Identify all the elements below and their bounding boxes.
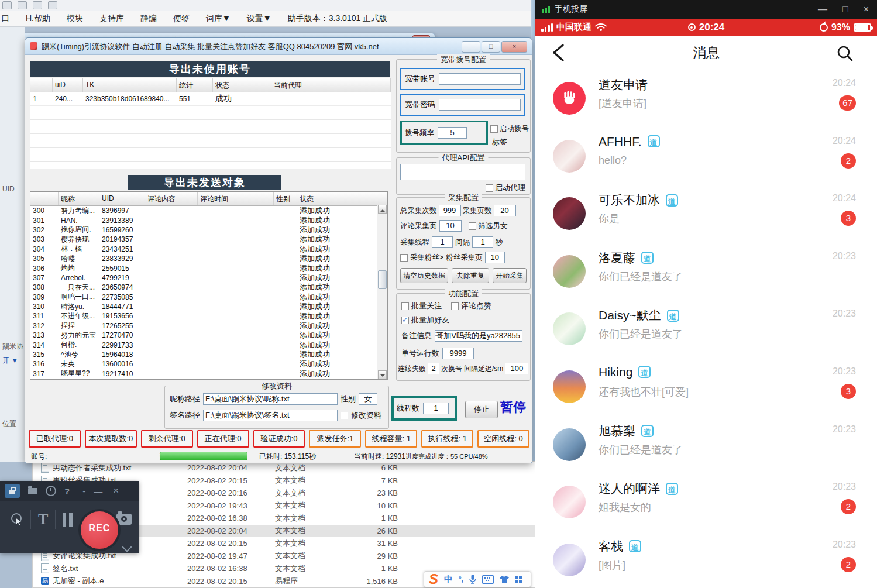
- fragment-open-label[interactable]: 开 ▼: [2, 356, 18, 366]
- phone-window-titlebar[interactable]: 手机投屏 — □ ×: [535, 0, 877, 19]
- message-row[interactable]: 旭慕梨 道 你们已经是道友了 20:23: [535, 416, 877, 474]
- sogou-logo[interactable]: S: [429, 572, 438, 586]
- pages-input[interactable]: 20: [494, 205, 516, 216]
- braces-icon[interactable]: [2, 1, 12, 9]
- collect-threads-input[interactable]: 1: [432, 236, 453, 248]
- table-row[interactable]: 301 HAN. 23913389 添加成功: [30, 215, 377, 225]
- filter-gender-checkbox[interactable]: [469, 222, 476, 230]
- menu-item[interactable]: 静编: [140, 13, 157, 24]
- message-row[interactable]: 洛夏藤 道 你们已经是道友了 20:23: [535, 243, 877, 301]
- nick-path-input[interactable]: F:\桌面\踢米协议\昵称.txt: [203, 393, 338, 405]
- unused-accounts-table[interactable]: uiD TK 统计 状态 当前代理 1 240... 323b350b18d06…: [30, 78, 391, 169]
- maximize-button[interactable]: □: [482, 41, 500, 53]
- table-row[interactable]: 303 樱养快现 20194357 添加成功: [30, 235, 377, 244]
- broadband-account-input[interactable]: [439, 73, 521, 85]
- avatar[interactable]: [553, 544, 586, 576]
- dedupe-button[interactable]: 去除重复: [452, 268, 489, 283]
- close-icon[interactable]: ×: [113, 485, 119, 497]
- table-row[interactable]: 315 ^池兮 15964018 添加成功: [30, 350, 377, 359]
- minimize-icon[interactable]: -: [82, 486, 85, 496]
- minimize-to-tray-icon[interactable]: —: [94, 486, 102, 496]
- avatar[interactable]: [553, 255, 586, 288]
- scroll-thumb[interactable]: [378, 270, 387, 289]
- col-uid[interactable]: uiD: [53, 78, 83, 92]
- minimize-button[interactable]: —: [818, 4, 827, 15]
- menu-item[interactable]: 设置▼: [247, 13, 271, 24]
- proxy-api-input[interactable]: [400, 164, 525, 180]
- menu-item[interactable]: 模块: [67, 13, 83, 24]
- table-row[interactable]: 305 哈喽 23833929 添加成功: [30, 254, 377, 263]
- table-row[interactable]: 317 晓星星?? 19217410 添加成功: [30, 369, 377, 379]
- fans-pages-input[interactable]: 10: [485, 252, 505, 263]
- punctuation-icon[interactable]: °,: [459, 575, 463, 583]
- pause-button[interactable]: 暂停: [500, 398, 526, 416]
- avatar[interactable]: [553, 82, 586, 115]
- record-button[interactable]: REC: [78, 509, 121, 551]
- close-button[interactable]: ×: [864, 4, 869, 15]
- stat-button[interactable]: 本次提取数:0: [85, 430, 137, 448]
- stat-button[interactable]: 已取代理:0: [29, 430, 81, 448]
- message-row[interactable]: 迷人的啊洋 道 姐我是女的 20:23 2: [535, 473, 877, 531]
- enable-proxy-checkbox[interactable]: [486, 184, 493, 192]
- scrollbar[interactable]: [377, 205, 387, 379]
- keyboard-icon[interactable]: [482, 575, 494, 584]
- search-icon[interactable]: [836, 44, 854, 62]
- col-tk[interactable]: TK: [83, 78, 177, 92]
- start-dial-checkbox[interactable]: [490, 125, 498, 133]
- binoculars-icon[interactable]: [48, 1, 57, 9]
- table-row[interactable]: 1 240... 323b350b18d061689840... 551 成功: [30, 92, 391, 106]
- col-nick[interactable]: 昵称: [59, 192, 99, 205]
- menu-item[interactable]: 口: [1, 13, 9, 24]
- col-status[interactable]: 状态: [297, 192, 377, 205]
- table-row[interactable]: 310 時洛yu. 18444771 添加成功: [30, 302, 377, 311]
- file-row[interactable]: 易 男动态作者采集成功.txt 2022-08-02 20:04 文本文档 6 …: [33, 462, 535, 474]
- table-row[interactable]: 311 不进年级... 19153656 添加成功: [30, 311, 377, 321]
- col-index[interactable]: [30, 78, 53, 92]
- microphone-icon[interactable]: [469, 575, 476, 584]
- help-icon[interactable]: ?: [64, 486, 70, 496]
- pause-icon[interactable]: [63, 513, 73, 527]
- chinese-mode-icon[interactable]: 中: [444, 574, 453, 585]
- close-button[interactable]: ×: [501, 41, 527, 53]
- avatar[interactable]: [553, 428, 586, 461]
- scroll-down-arrow[interactable]: [378, 370, 387, 379]
- message-row[interactable]: 客栈 道 [图片] 20:23 2: [535, 531, 877, 588]
- runs-input[interactable]: 9999: [442, 348, 474, 359]
- broadband-password-input[interactable]: [439, 99, 521, 111]
- modify-profile-checkbox[interactable]: [341, 412, 348, 419]
- chevron-down-icon[interactable]: [122, 542, 132, 552]
- table-row[interactable]: 314 何楷. 22991733 添加成功: [30, 340, 377, 349]
- table-row[interactable]: 307 Arrebol. 4799219 添加成功: [30, 273, 377, 283]
- scroll-up-arrow[interactable]: [378, 205, 387, 214]
- total-collect-input[interactable]: 999: [439, 205, 461, 216]
- message-row[interactable]: Hiking 道 还有我也不壮[可爱] 20:23 3: [535, 358, 877, 416]
- table-row[interactable]: 306 灼灼 2559015 添加成功: [30, 263, 377, 273]
- table-row[interactable]: 309 啊呜一口... 22735085 添加成功: [30, 293, 377, 302]
- table-row[interactable]: 300 努力考编... 8396997 添加成功: [30, 206, 377, 215]
- batch-follow-checkbox[interactable]: [401, 302, 409, 310]
- table-row[interactable]: 316 未央 13600016 添加成功: [30, 359, 377, 369]
- menu-item[interactable]: H.帮助: [26, 13, 50, 24]
- message-row[interactable]: 道友申请 [道友申请] 20:24 67: [535, 70, 877, 128]
- stat-button[interactable]: 正在代理:0: [197, 430, 249, 448]
- col-uid[interactable]: UID: [99, 192, 145, 205]
- sign-path-input[interactable]: F:\桌面\踢米协议\签名.txt: [203, 410, 338, 421]
- gender-input[interactable]: 女: [359, 393, 377, 405]
- click-cursor-icon[interactable]: [11, 513, 23, 527]
- menu-item[interactable]: 支持库: [99, 13, 124, 24]
- table-row[interactable]: 302 挽你眉间. 16599260 添加成功: [30, 225, 377, 235]
- stat-button[interactable]: 执行线程: 1: [421, 430, 473, 448]
- table-row[interactable]: 308 一只在天... 23650974 添加成功: [30, 283, 377, 292]
- clear-history-button[interactable]: 清空历史数据: [400, 268, 448, 283]
- message-row[interactable]: Daisy~默尘 道 你们已经是道友了 20:23: [535, 300, 877, 358]
- fail-input[interactable]: 2: [428, 363, 439, 374]
- interval-input[interactable]: 1: [472, 236, 493, 248]
- unsent-targets-table[interactable]: 昵称 UID 评论内容 评论时间 性别 状态 300 努力考编... 83969…: [30, 191, 388, 380]
- comment-pages-input[interactable]: 10: [439, 220, 462, 232]
- table-row[interactable]: 313 努力的元宝 17270470 添加成功: [30, 331, 377, 340]
- start-collect-button[interactable]: 开始采集: [493, 268, 527, 283]
- clock-icon[interactable]: [46, 486, 56, 496]
- lock-icon[interactable]: [5, 484, 20, 498]
- text-tool-icon[interactable]: T: [38, 511, 48, 528]
- avatar[interactable]: [553, 486, 586, 518]
